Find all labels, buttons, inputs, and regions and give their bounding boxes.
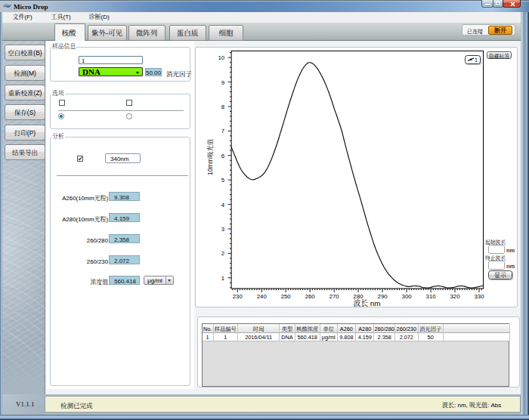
svg-text:250: 250 bbox=[280, 293, 291, 300]
svg-text:240: 240 bbox=[256, 293, 267, 300]
svg-text:10: 10 bbox=[218, 54, 224, 61]
svg-text:1: 1 bbox=[475, 57, 478, 63]
svg-text:8: 8 bbox=[221, 103, 224, 110]
svg-text:7: 7 bbox=[221, 128, 224, 134]
svg-text:波长 nm: 波长 nm bbox=[353, 298, 380, 307]
svg-text:320: 320 bbox=[450, 293, 460, 300]
svg-text:260: 260 bbox=[305, 293, 315, 300]
svg-text:1: 1 bbox=[221, 275, 224, 282]
svg-text:310: 310 bbox=[425, 293, 436, 300]
svg-text:10mm吸光值: 10mm吸光值 bbox=[204, 138, 213, 175]
svg-text:300: 300 bbox=[401, 293, 412, 300]
svg-text:5: 5 bbox=[221, 177, 224, 184]
svg-text:330: 330 bbox=[474, 293, 484, 300]
svg-text:3: 3 bbox=[221, 226, 224, 233]
svg-text:270: 270 bbox=[329, 293, 339, 300]
svg-text:9: 9 bbox=[221, 79, 224, 86]
svg-text:6: 6 bbox=[221, 153, 224, 159]
svg-text:2: 2 bbox=[221, 250, 224, 257]
svg-text:4: 4 bbox=[221, 202, 224, 208]
svg-text:230: 230 bbox=[232, 293, 243, 300]
